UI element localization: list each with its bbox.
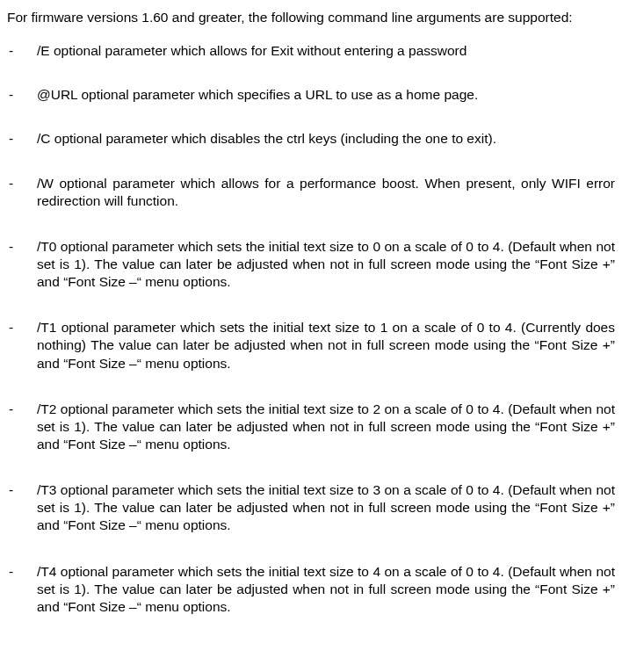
- bullet: -: [7, 238, 37, 291]
- intro-paragraph: For firmware versions 1.60 and greater, …: [7, 9, 615, 26]
- bullet: -: [7, 563, 37, 616]
- list-item: - /W optional parameter which allows for…: [7, 175, 615, 210]
- item-text: /E optional parameter which allows for E…: [37, 42, 615, 60]
- list-item: - /E optional parameter which allows for…: [7, 42, 615, 60]
- item-text: /T3 optional parameter which sets the in…: [37, 481, 615, 534]
- item-text: /T2 optional parameter which sets the in…: [37, 401, 615, 453]
- item-text: /T1 optional parameter which sets the in…: [37, 319, 615, 372]
- item-text: /C optional parameter which disables the…: [37, 130, 615, 148]
- item-text: /T0 optional parameter which sets the in…: [37, 238, 615, 291]
- list-item: - /T2 optional parameter which sets the …: [7, 401, 615, 453]
- bullet: -: [7, 86, 37, 104]
- list-item: - /T3 optional parameter which sets the …: [7, 481, 615, 534]
- bullet: -: [7, 401, 37, 453]
- argument-list: - /E optional parameter which allows for…: [7, 42, 615, 616]
- bullet: -: [7, 319, 37, 372]
- item-text: /W optional parameter which allows for a…: [37, 175, 615, 210]
- bullet: -: [7, 130, 37, 148]
- item-text: @URL optional parameter which specifies …: [37, 86, 615, 104]
- list-item: - /T0 optional parameter which sets the …: [7, 238, 615, 291]
- list-item: - /T1 optional parameter which sets the …: [7, 319, 615, 372]
- bullet: -: [7, 481, 37, 534]
- list-item: - /C optional parameter which disables t…: [7, 130, 615, 148]
- item-text: /T4 optional parameter which sets the in…: [37, 563, 615, 616]
- bullet: -: [7, 42, 37, 60]
- bullet: -: [7, 175, 37, 210]
- list-item: - @URL optional parameter which specifie…: [7, 86, 615, 104]
- list-item: - /T4 optional parameter which sets the …: [7, 563, 615, 616]
